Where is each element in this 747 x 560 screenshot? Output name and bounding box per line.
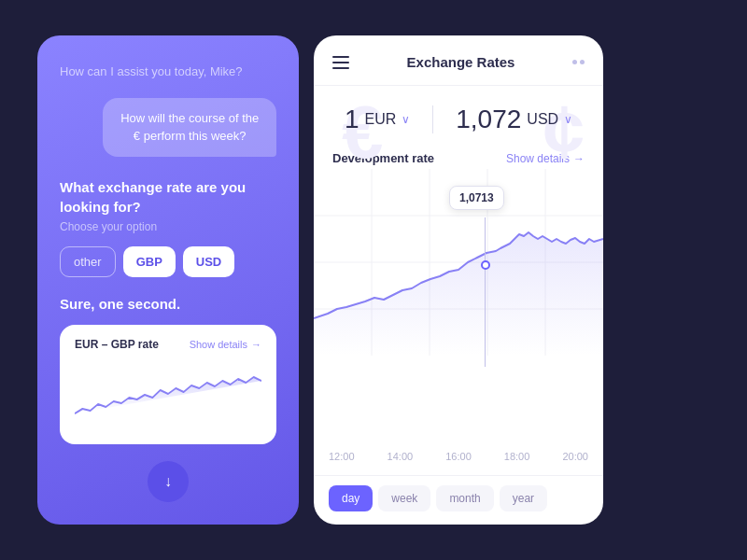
menu-button[interactable] xyxy=(332,56,349,69)
option-other-button[interactable]: other xyxy=(60,246,116,277)
x-label-4: 20:00 xyxy=(562,451,588,462)
period-day-button[interactable]: day xyxy=(329,485,373,511)
to-currency-block: 1,072 USD ∨ xyxy=(456,105,572,134)
to-currency-chevron[interactable]: ∨ xyxy=(564,113,572,126)
mini-chart-card: EUR – GBP rate Show details → xyxy=(60,325,276,444)
to-amount: 1,072 xyxy=(456,105,521,134)
main-chart-area: 1,0713 xyxy=(314,169,603,450)
greeting-text: How can I assist you today, Mike? xyxy=(60,63,276,80)
x-label-2: 16:00 xyxy=(445,451,472,462)
currency-divider xyxy=(432,105,433,133)
period-month-button[interactable]: month xyxy=(436,485,493,511)
from-currency-code: EUR xyxy=(364,111,396,128)
x-label-0: 12:00 xyxy=(329,451,355,462)
response-text: Sure, one second. xyxy=(60,296,276,312)
from-amount: 1 xyxy=(345,105,359,134)
option-usd-button[interactable]: USD xyxy=(183,246,234,277)
mini-chart-title: EUR – GBP rate xyxy=(75,338,159,351)
time-period-row: day week month year xyxy=(314,475,603,525)
x-label-3: 18:00 xyxy=(504,451,530,462)
download-icon: ↓ xyxy=(164,473,172,490)
period-year-button[interactable]: year xyxy=(500,485,547,511)
dot-menu-button[interactable] xyxy=(572,60,585,64)
exchange-rates-panel: Exchange Rates € ¢ 1 EUR ∨ 1,072 USD ∨ D… xyxy=(314,35,603,524)
currency-row: € ¢ 1 EUR ∨ 1,072 USD ∨ xyxy=(314,86,603,144)
options-row: other GBP USD xyxy=(60,246,276,277)
panel-title: Exchange Rates xyxy=(407,54,515,70)
to-currency-code: USD xyxy=(527,111,558,128)
from-currency-block: 1 EUR ∨ xyxy=(345,105,410,134)
x-axis: 12:00 14:00 16:00 18:00 20:00 xyxy=(314,451,603,475)
chat-bubble: How will the course of the € perform thi… xyxy=(103,98,276,157)
tooltip-line xyxy=(485,217,486,367)
choose-option-label: Choose your option xyxy=(60,220,276,233)
arrow-right-icon: → xyxy=(251,339,261,350)
chart-tooltip: 1,0713 xyxy=(449,186,504,210)
chat-panel: How can I assist you today, Mike? How wi… xyxy=(37,35,299,524)
option-gbp-button[interactable]: GBP xyxy=(123,246,176,277)
download-button[interactable]: ↓ xyxy=(148,461,189,502)
mini-chart-show-details[interactable]: Show details → xyxy=(190,339,261,350)
x-label-1: 14:00 xyxy=(388,451,414,462)
from-currency-chevron[interactable]: ∨ xyxy=(402,113,410,126)
panel-header: Exchange Rates xyxy=(314,35,603,86)
question-label: What exchange rate are you looking for? xyxy=(60,177,276,217)
mini-chart-svg xyxy=(75,362,261,427)
period-week-button[interactable]: week xyxy=(378,485,430,511)
